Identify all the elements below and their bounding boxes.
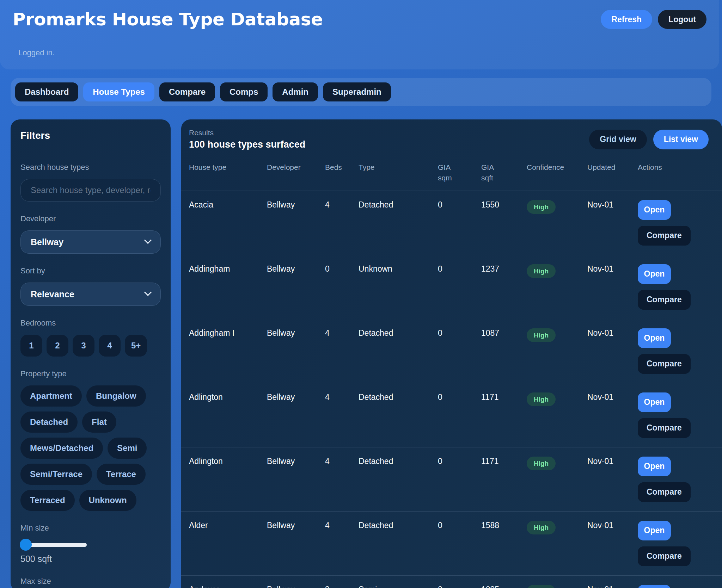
cell-type: Detached bbox=[359, 512, 438, 575]
open-button[interactable]: Open bbox=[638, 457, 671, 476]
property-type-terraced-button[interactable]: Terraced bbox=[20, 490, 75, 511]
open-button[interactable]: Open bbox=[638, 200, 671, 220]
app-title: Promarks House Type Database bbox=[13, 9, 323, 30]
confidence-badge: High bbox=[527, 585, 556, 588]
tab-house-types[interactable]: House Types bbox=[83, 82, 154, 101]
table-row: Andover Bellway 3 Semi 0 1035 High Nov-0… bbox=[181, 576, 722, 588]
bedrooms-5plus-button[interactable]: 5+ bbox=[125, 335, 147, 357]
cell-gia-sqm: 0 bbox=[438, 191, 481, 255]
bedrooms-2-button[interactable]: 2 bbox=[47, 335, 68, 357]
bedrooms-4-button[interactable]: 4 bbox=[99, 335, 121, 357]
cell-gia-sqm: 0 bbox=[438, 576, 481, 588]
cell-gia-sqft: 1035 bbox=[481, 576, 527, 588]
compare-button[interactable]: Compare bbox=[638, 418, 691, 438]
cell-updated: Nov-01 bbox=[587, 255, 638, 319]
sort-by-select[interactable]: Relevance bbox=[20, 283, 161, 306]
cell-gia-sqft: 1087 bbox=[481, 319, 527, 383]
property-type-unknown-button[interactable]: Unknown bbox=[79, 490, 136, 511]
cell-beds: 4 bbox=[325, 319, 359, 383]
property-type-label: Property type bbox=[20, 369, 161, 378]
compare-button[interactable]: Compare bbox=[638, 354, 691, 374]
property-type-flat-button[interactable]: Flat bbox=[82, 411, 116, 433]
app-header: Promarks House Type Database Refresh Log… bbox=[0, 0, 719, 69]
property-type-semi-terrace-button[interactable]: Semi/Terrace bbox=[20, 464, 92, 485]
developer-label: Developer bbox=[20, 214, 161, 223]
cell-type: Detached bbox=[359, 447, 438, 511]
open-button[interactable]: Open bbox=[638, 585, 671, 588]
sort-by-select-value: Relevance bbox=[31, 289, 74, 299]
view-toggle: Grid view List view bbox=[589, 130, 709, 149]
property-type-terrace-button[interactable]: Terrace bbox=[97, 464, 146, 485]
bedrooms-3-button[interactable]: 3 bbox=[73, 335, 94, 357]
cell-gia-sqft: 1171 bbox=[481, 383, 527, 447]
grid-view-button[interactable]: Grid view bbox=[589, 130, 647, 149]
tab-superadmin[interactable]: Superadmin bbox=[323, 82, 391, 101]
min-size-slider[interactable] bbox=[20, 538, 87, 551]
property-type-detached-button[interactable]: Detached bbox=[20, 411, 78, 433]
compare-button[interactable]: Compare bbox=[638, 226, 691, 246]
tab-dashboard[interactable]: Dashboard bbox=[15, 82, 78, 101]
filters-title: Filters bbox=[20, 130, 161, 141]
property-type-apartment-button[interactable]: Apartment bbox=[20, 385, 82, 407]
table-row: Alder Bellway 4 Detached 0 1588 High Nov… bbox=[181, 512, 722, 576]
compare-button[interactable]: Compare bbox=[638, 482, 691, 502]
col-gia-sqm: GIA sqm bbox=[438, 156, 456, 191]
cell-beds: 4 bbox=[325, 191, 359, 255]
table-row: Acacia Bellway 4 Detached 0 1550 High No… bbox=[181, 191, 722, 255]
confidence-badge: High bbox=[527, 392, 556, 406]
table-header-row: House type Developer Beds Type GIA sqm G… bbox=[181, 156, 722, 191]
results-panel: Results 100 house types surfaced Grid vi… bbox=[181, 119, 722, 588]
property-type-mews-detached-button[interactable]: Mews/Detached bbox=[20, 438, 103, 459]
max-size-label: Max size bbox=[20, 577, 161, 586]
confidence-badge: High bbox=[527, 200, 556, 214]
cell-developer: Bellway bbox=[267, 319, 325, 383]
cell-developer: Bellway bbox=[267, 255, 325, 319]
open-button[interactable]: Open bbox=[638, 392, 671, 412]
tab-compare[interactable]: Compare bbox=[159, 82, 215, 101]
cell-gia-sqm: 0 bbox=[438, 512, 481, 575]
slider-thumb[interactable] bbox=[20, 539, 32, 551]
cell-type: Detached bbox=[359, 383, 438, 447]
cell-house-type: Alder bbox=[189, 512, 267, 575]
col-type: Type bbox=[359, 156, 438, 191]
confidence-badge: High bbox=[527, 328, 556, 342]
results-eyebrow: Results bbox=[189, 129, 305, 137]
open-button[interactable]: Open bbox=[638, 264, 671, 284]
open-button[interactable]: Open bbox=[638, 521, 671, 540]
search-input[interactable] bbox=[20, 179, 161, 202]
cell-developer: Bellway bbox=[267, 512, 325, 575]
cell-beds: 4 bbox=[325, 447, 359, 511]
logout-button[interactable]: Logout bbox=[658, 10, 706, 29]
cell-beds: 4 bbox=[325, 383, 359, 447]
property-type-bungalow-button[interactable]: Bungalow bbox=[86, 385, 146, 407]
open-button[interactable]: Open bbox=[638, 328, 671, 348]
filters-panel: Filters Search house types Developer Bel… bbox=[11, 119, 171, 588]
compare-button[interactable]: Compare bbox=[638, 290, 691, 310]
cell-beds: 4 bbox=[325, 512, 359, 575]
cell-updated: Nov-01 bbox=[587, 447, 638, 511]
compare-button[interactable]: Compare bbox=[638, 546, 691, 566]
login-status: Logged in. bbox=[13, 39, 706, 69]
property-type-filter: Apartment Bungalow Detached Flat Mews/De… bbox=[20, 385, 161, 511]
bedrooms-1-button[interactable]: 1 bbox=[20, 335, 42, 357]
cell-house-type: Addingham bbox=[189, 255, 267, 319]
cell-gia-sqm: 0 bbox=[438, 319, 481, 383]
developer-select[interactable]: Bellway bbox=[20, 230, 161, 254]
table-row: Addingham Bellway 0 Unknown 0 1237 High … bbox=[181, 255, 722, 319]
confidence-badge: High bbox=[527, 521, 556, 534]
confidence-badge: High bbox=[527, 457, 556, 470]
refresh-button[interactable]: Refresh bbox=[601, 10, 652, 29]
cell-updated: Nov-01 bbox=[587, 383, 638, 447]
chevron-down-icon bbox=[144, 289, 152, 296]
results-count: 100 house types surfaced bbox=[189, 139, 305, 150]
cell-type: Detached bbox=[359, 319, 438, 383]
tab-admin[interactable]: Admin bbox=[273, 82, 318, 101]
cell-type: Semi bbox=[359, 576, 438, 588]
col-beds: Beds bbox=[325, 156, 359, 191]
property-type-semi-button[interactable]: Semi bbox=[108, 438, 147, 459]
cell-gia-sqft: 1237 bbox=[481, 255, 527, 319]
list-view-button[interactable]: List view bbox=[653, 130, 709, 149]
cell-gia-sqft: 1550 bbox=[481, 191, 527, 255]
tab-comps[interactable]: Comps bbox=[220, 82, 268, 101]
cell-house-type: Acacia bbox=[189, 191, 267, 255]
